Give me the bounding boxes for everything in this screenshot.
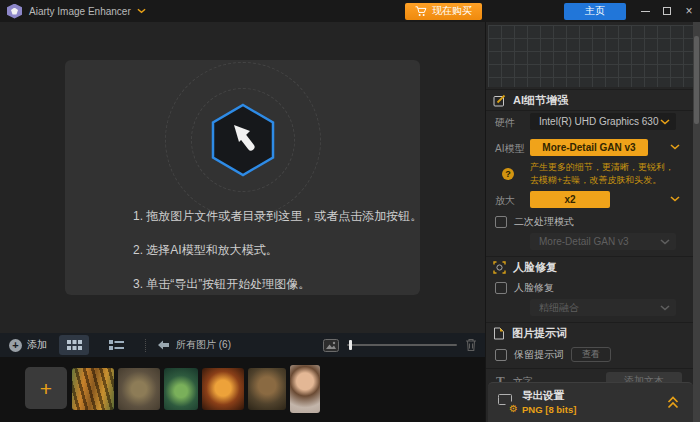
hardware-select[interactable]: Intel(R) UHD Graphics 630 <box>530 113 676 130</box>
model-hint-line-2: 去模糊+去噪，改善皮肤和头发。 <box>530 174 661 187</box>
add-files-button[interactable]: + 添加 <box>9 338 47 352</box>
thumbnail-tiger[interactable] <box>72 368 114 410</box>
divider <box>486 110 693 111</box>
secondary-model-select-disabled: More-Detail GAN v3 <box>530 233 676 250</box>
bottom-toolbar: + 添加 所有图片 (6) <box>0 333 485 357</box>
export-settings-icon: ⚙ <box>497 393 515 411</box>
instructions: 1. 拖放图片文件或者目录到这里，或者点击添加按钮。 2. 选择AI模型和放大模… <box>133 208 422 310</box>
filmstrip: + <box>0 357 485 422</box>
checkbox-unchecked[interactable] <box>495 349 507 361</box>
face-scan-icon <box>493 261 506 274</box>
double-chevron-up-icon[interactable] <box>667 396 679 409</box>
list-view-button[interactable] <box>101 335 131 355</box>
app-menu-chevron-down-icon[interactable] <box>137 8 146 14</box>
thumbnail-butterfly[interactable] <box>118 368 160 410</box>
section-title: AI细节增强 <box>513 93 568 108</box>
slider-handle[interactable] <box>349 340 352 350</box>
hardware-value: Intel(R) UHD Graphics 630 <box>539 116 660 127</box>
chevron-down-icon[interactable] <box>670 144 680 150</box>
edit-square-icon <box>493 94 506 107</box>
buy-now-label: 现在购买 <box>432 4 472 18</box>
secondary-mode-label: 二次处理模式 <box>514 215 574 229</box>
upscale-select[interactable]: x2 <box>530 191 610 208</box>
window-controls: × <box>634 0 700 22</box>
secondary-mode-checkbox-row[interactable]: 二次处理模式 <box>495 215 574 229</box>
grid-view-button[interactable] <box>59 335 89 355</box>
model-hint-line-1: 产生更多的细节，更清晰，更锐利， <box>530 161 674 174</box>
chevron-down-icon <box>660 119 670 125</box>
buy-now-button[interactable]: 现在购买 <box>405 3 482 20</box>
keep-prompt-checkbox-row[interactable]: 保留提示词 查看 <box>495 347 611 362</box>
add-files-label: 添加 <box>27 338 47 352</box>
close-button[interactable]: × <box>678 0 700 22</box>
checkbox-unchecked[interactable] <box>495 216 507 228</box>
thumbnail-burger[interactable] <box>202 368 244 410</box>
thumbnail-size-slider[interactable] <box>347 340 457 350</box>
upscale-label: 放大 <box>495 194 515 208</box>
maximize-icon <box>663 7 671 15</box>
main-area: 1. 拖放图片文件或者目录到这里，或者点击添加按钮。 2. 选择AI模型和放大模… <box>0 22 485 333</box>
hardware-label: 硬件 <box>495 116 515 130</box>
add-image-tile[interactable]: + <box>25 367 67 409</box>
thumbnail-size-icon <box>323 339 339 352</box>
face-restore-label: 人脸修复 <box>514 281 554 295</box>
app-window: Aiarty Image Enhancer 现在购买 主页 × <box>0 0 700 422</box>
export-settings-title: 导出设置 <box>522 389 564 403</box>
chevron-down-icon[interactable] <box>670 196 680 202</box>
section-title: 图片提示词 <box>512 326 567 341</box>
face-restore-checkbox-row[interactable]: 人脸修复 <box>495 281 554 295</box>
instruction-step-3: 3. 单击“导出”按钮开始处理图像。 <box>133 276 422 293</box>
preview-grid-area <box>488 25 693 87</box>
settings-panel: AI细节增强 硬件 Intel(R) UHD Graphics 630 AI模型… <box>485 22 700 422</box>
instruction-step-2: 2. 选择AI模型和放大模式。 <box>133 242 422 259</box>
export-format-value: PNG [8 bits] <box>522 404 576 415</box>
drop-zone[interactable]: 1. 拖放图片文件或者目录到这里，或者点击添加按钮。 2. 选择AI模型和放大模… <box>65 60 420 295</box>
grid-view-icon <box>67 340 82 350</box>
thumbnail-terrarium-jar[interactable] <box>164 368 198 410</box>
app-logo-icon <box>7 4 22 19</box>
instruction-step-1: 1. 拖放图片文件或者目录到这里，或者点击添加按钮。 <box>133 208 422 225</box>
divider <box>486 89 693 90</box>
toolbar-right-group <box>323 338 477 352</box>
titlebar: Aiarty Image Enhancer 现在购买 主页 × <box>0 0 700 22</box>
scrollbar-thumb[interactable] <box>694 36 699 124</box>
back-arrow-icon <box>158 340 169 350</box>
plus-circle-icon: + <box>9 339 22 352</box>
section-title: 人脸修复 <box>513 260 557 275</box>
checkbox-unchecked[interactable] <box>495 282 507 294</box>
chevron-down-icon <box>660 239 670 245</box>
minimize-button[interactable] <box>634 0 656 22</box>
face-blend-value: 精细融合 <box>539 301 660 315</box>
all-images-label: 所有图片 (6) <box>176 338 231 352</box>
gear-icon: ⚙ <box>509 404 518 414</box>
app-title: Aiarty Image Enhancer <box>29 6 131 17</box>
slider-track <box>347 344 457 346</box>
ai-model-label: AI模型 <box>495 142 524 156</box>
section-header-ai-enhance: AI细节增强 <box>493 93 568 108</box>
secondary-model-value: More-Detail GAN v3 <box>539 236 660 247</box>
divider <box>486 256 693 257</box>
document-icon <box>493 327 505 340</box>
ai-model-select[interactable]: More-Detail GAN v3 <box>530 139 648 156</box>
list-view-icon <box>109 340 124 350</box>
maximize-button[interactable] <box>656 0 678 22</box>
section-header-face-restore: 人脸修复 <box>493 260 557 275</box>
trash-icon[interactable] <box>465 338 477 352</box>
export-settings-bar[interactable]: ⚙ 导出设置 PNG [8 bits] <box>488 382 693 422</box>
divider <box>486 322 693 323</box>
section-header-image-prompt: 图片提示词 <box>493 326 567 341</box>
thumbnail-portrait-woman[interactable] <box>290 365 320 413</box>
minimize-icon <box>641 11 650 12</box>
divider <box>486 368 693 369</box>
keep-prompt-label: 保留提示词 <box>514 348 564 362</box>
home-button[interactable]: 主页 <box>564 3 626 20</box>
help-icon: ? <box>502 168 514 180</box>
drop-hexagon-icon <box>207 101 279 183</box>
toolbar-separator <box>145 339 146 352</box>
all-images-button[interactable]: 所有图片 (6) <box>158 338 231 352</box>
chevron-down-icon <box>660 305 670 311</box>
thumbnail-dog[interactable] <box>248 368 286 410</box>
view-prompt-button[interactable]: 查看 <box>571 347 611 362</box>
panel-scrollbar[interactable] <box>693 22 700 422</box>
cart-icon <box>415 6 427 17</box>
